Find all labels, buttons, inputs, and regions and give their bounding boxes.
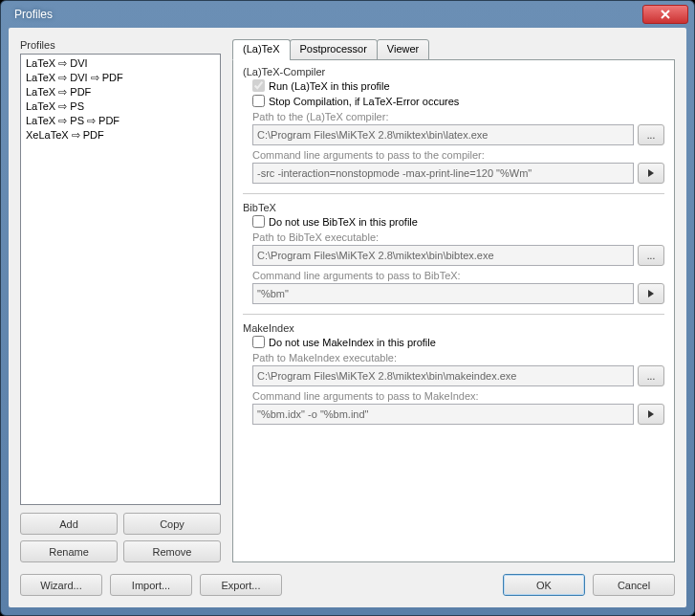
bottom-bar: Wizard... Import... Export... OK Cancel (20, 574, 675, 596)
export-button[interactable]: Export... (200, 574, 282, 596)
close-icon (661, 10, 670, 19)
profiles-dialog: Profiles Profiles LaTeX ⇨ DVI LaTeX ⇨ DV… (0, 0, 695, 616)
remove-button[interactable]: Remove (123, 540, 221, 562)
profiles-panel: Profiles LaTeX ⇨ DVI LaTeX ⇨ DVI ⇨ PDF L… (20, 39, 221, 562)
play-icon (647, 410, 655, 418)
add-button[interactable]: Add (20, 513, 118, 535)
window-title: Profiles (7, 8, 642, 21)
makeindex-args-menu-button[interactable] (638, 404, 664, 425)
ok-button[interactable]: OK (503, 574, 585, 596)
client-area: Profiles LaTeX ⇨ DVI LaTeX ⇨ DVI ⇨ PDF L… (9, 28, 686, 607)
ellipsis-icon: ... (647, 130, 655, 141)
group-body: Do not use MakeIndex in this profile Pat… (243, 336, 664, 425)
bibtex-path-row: ... (252, 245, 664, 266)
run-latex-label: Run (La)TeX in this profile (269, 80, 390, 92)
profiles-label: Profiles (20, 39, 221, 51)
bibtex-path-label: Path to BibTeX executable: (252, 231, 664, 243)
tab-postprocessor[interactable]: Postprocessor (290, 39, 378, 60)
profile-buttons: Add Copy Rename Remove (20, 513, 221, 562)
makeindex-args-label: Command line arguments to pass to MakeIn… (252, 390, 664, 402)
makeindex-args-row (252, 404, 664, 425)
group-body: Run (La)TeX in this profile Stop Compila… (243, 79, 664, 184)
list-item[interactable]: LaTeX ⇨ DVI ⇨ PDF (23, 71, 218, 85)
title-bar: Profiles (1, 1, 694, 28)
profiles-listbox[interactable]: LaTeX ⇨ DVI LaTeX ⇨ DVI ⇨ PDF LaTeX ⇨ PD… (20, 54, 221, 505)
bibtex-args-label: Command line arguments to pass to BibTeX… (252, 270, 664, 281)
wizard-button[interactable]: Wizard... (20, 574, 102, 596)
group-body: Do not use BibTeX in this profile Path t… (243, 215, 664, 304)
list-item[interactable]: LaTeX ⇨ DVI (23, 56, 218, 71)
disable-bibtex-label: Do not use BibTeX in this profile (269, 216, 418, 228)
cancel-button[interactable]: Cancel (593, 574, 675, 596)
makeindex-path-label: Path to MakeIndex executable: (252, 352, 664, 363)
bibtex-args-input[interactable] (252, 283, 634, 304)
latex-path-browse-button[interactable]: ... (638, 124, 664, 145)
bibtex-args-menu-button[interactable] (638, 283, 664, 304)
disable-makeindex-row[interactable]: Do not use MakeIndex in this profile (252, 336, 664, 348)
play-icon (647, 169, 655, 177)
list-item[interactable]: LaTeX ⇨ PDF (23, 85, 218, 99)
latex-args-menu-button[interactable] (638, 163, 664, 184)
import-button[interactable]: Import... (110, 574, 192, 596)
stop-compilation-checkbox[interactable] (252, 95, 265, 107)
makeindex-path-input[interactable] (252, 365, 634, 386)
tab-latex[interactable]: (La)TeX (232, 39, 291, 60)
disable-makeindex-label: Do not use MakeIndex in this profile (269, 337, 436, 348)
latex-path-label: Path to the (La)TeX compiler: (252, 111, 664, 122)
makeindex-path-browse-button[interactable]: ... (638, 365, 664, 386)
close-button[interactable] (642, 5, 688, 24)
bibtex-path-input[interactable] (252, 245, 634, 266)
latex-args-row (252, 163, 664, 184)
tab-strip: (La)TeX Postprocessor Viewer (232, 39, 675, 60)
separator (243, 193, 664, 194)
group-bibtex: BibTeX Do not use BibTeX in this profile… (243, 202, 664, 304)
group-latex-compiler: (La)TeX-Compiler Run (La)TeX in this pro… (243, 66, 664, 184)
ellipsis-icon: ... (647, 371, 655, 382)
group-makeindex: MakeIndex Do not use MakeIndex in this p… (243, 322, 664, 425)
disable-bibtex-checkbox[interactable] (252, 215, 265, 228)
group-title: BibTeX (243, 202, 664, 213)
stop-compilation-label: Stop Compilation, if LaTeX-Error occures (269, 96, 459, 107)
settings-panel: (La)TeX Postprocessor Viewer (La)TeX-Com… (232, 39, 675, 562)
latex-args-label: Command line arguments to pass to the co… (252, 149, 664, 161)
rename-button[interactable]: Rename (20, 540, 118, 562)
copy-button[interactable]: Copy (123, 513, 221, 535)
latex-path-input[interactable] (252, 124, 634, 145)
run-latex-row[interactable]: Run (La)TeX in this profile (252, 79, 664, 92)
play-icon (647, 290, 655, 297)
makeindex-path-row: ... (252, 365, 664, 386)
ellipsis-icon: ... (647, 251, 655, 261)
latex-args-input[interactable] (252, 163, 634, 184)
main-area: Profiles LaTeX ⇨ DVI LaTeX ⇨ DVI ⇨ PDF L… (20, 39, 675, 562)
makeindex-args-input[interactable] (252, 404, 634, 425)
disable-makeindex-checkbox[interactable] (252, 336, 265, 348)
bibtex-args-row (252, 283, 664, 304)
tab-content-latex: (La)TeX-Compiler Run (La)TeX in this pro… (232, 59, 675, 562)
tab-viewer[interactable]: Viewer (377, 39, 429, 60)
run-latex-checkbox[interactable] (252, 79, 265, 92)
disable-bibtex-row[interactable]: Do not use BibTeX in this profile (252, 215, 664, 228)
stop-compilation-row[interactable]: Stop Compilation, if LaTeX-Error occures (252, 95, 664, 107)
group-title: MakeIndex (243, 322, 664, 334)
list-item[interactable]: LaTeX ⇨ PS ⇨ PDF (23, 114, 218, 128)
group-title: (La)TeX-Compiler (243, 66, 664, 77)
separator (243, 314, 664, 315)
list-item[interactable]: XeLaTeX ⇨ PDF (23, 128, 218, 143)
bibtex-path-browse-button[interactable]: ... (638, 245, 664, 266)
list-item[interactable]: LaTeX ⇨ PS (23, 99, 218, 114)
latex-path-row: ... (252, 124, 664, 145)
